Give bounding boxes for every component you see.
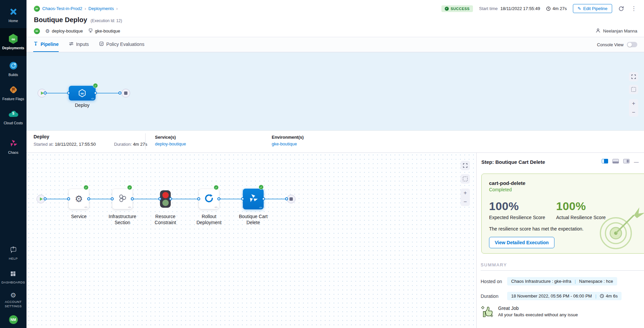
breadcrumb-separator: › xyxy=(85,6,86,11)
sidebar-item-label: Cloud Costs xyxy=(4,121,23,125)
tab-policy-evaluations[interactable]: Policy Evaluations xyxy=(99,37,145,52)
tab-inputs[interactable]: Inputs xyxy=(69,37,89,52)
breadcrumb-project-link[interactable]: Chaos-Test-in-Prod2 xyxy=(42,6,82,11)
zoom-out-button[interactable]: − xyxy=(632,110,635,115)
code-mark: </> xyxy=(214,206,217,208)
stage-node-label: Deploy xyxy=(62,103,102,109)
layout-right-icon[interactable] xyxy=(602,159,608,165)
selection-mode-button[interactable] xyxy=(461,174,470,184)
connector-port xyxy=(118,91,121,94)
pipeline-end-node xyxy=(121,89,130,97)
console-view-toggle[interactable] xyxy=(627,42,637,47)
stage-node-deploy[interactable]: ∞ </> xyxy=(69,86,96,101)
code-mark: </> xyxy=(259,206,262,209)
sidebar-item-builds[interactable]: Builds xyxy=(0,57,26,80)
step-pipeline-canvas: ⚙ </> ✓ </> ✓ xyxy=(26,153,476,328)
step-label: Infrastructure Section xyxy=(102,214,143,225)
sidebar-item-deployments[interactable]: ∞ Deployments xyxy=(0,28,26,56)
connector-port xyxy=(44,197,47,200)
connector-port xyxy=(87,197,90,200)
connector-port xyxy=(131,197,134,200)
step-label: Boutique Cart Delete xyxy=(233,214,273,225)
success-check-badge: ✓ xyxy=(93,83,98,88)
expected-score-value: 100% xyxy=(489,200,556,213)
fullscreen-button[interactable] xyxy=(629,72,638,81)
connector-port xyxy=(285,197,288,200)
collapse-panel-icon[interactable]: — xyxy=(634,159,639,164)
duration-label: Duration xyxy=(481,293,503,299)
sidebar-item-help[interactable]: ? HELP xyxy=(8,245,19,261)
hosted-on-row: Hosted on Chaos Infrastructure : gke-inf… xyxy=(481,277,644,285)
selection-mode-button[interactable] xyxy=(629,85,638,94)
sidebar-item-label: Builds xyxy=(8,73,18,77)
connector-port xyxy=(169,197,172,200)
sidebar-bottom: ? HELP DASHBOARDS ⚙ ACCOUNT SETTINGS NM xyxy=(0,237,26,328)
sidebar-item-dashboards[interactable]: DASHBOARDS xyxy=(1,268,25,285)
actual-score-value: 100% xyxy=(556,200,606,213)
edge xyxy=(45,199,69,199)
sidebar-item-chaos[interactable]: Chaos xyxy=(0,135,26,158)
fullscreen-button[interactable] xyxy=(461,161,470,170)
user-menu[interactable]: Neelanjan Manna xyxy=(595,28,637,34)
stop-icon xyxy=(289,197,293,201)
connector-port xyxy=(217,197,220,200)
connector-port xyxy=(158,197,161,200)
more-options-icon[interactable]: ⋮ xyxy=(630,5,637,12)
infrastructure-chip: Chaos Infrastructure : gke-infra | Names… xyxy=(507,277,617,285)
edge xyxy=(45,93,69,93)
sidebar-item-label: Home xyxy=(8,19,18,23)
step-node-service[interactable]: ⚙ </> xyxy=(69,189,89,209)
success-check-badge: ✓ xyxy=(214,185,219,190)
clock-icon xyxy=(600,294,604,298)
layout-minimized-icon[interactable] xyxy=(623,159,630,165)
app-root: Home ∞ Deployments Builds Feature Flags … xyxy=(0,0,644,328)
console-view-label: Console View xyxy=(597,42,624,47)
edge xyxy=(219,199,243,199)
start-time: Start time 18/11/2022 17:55:49 xyxy=(479,6,540,11)
step-details-panel: Step: Boutique Cart Delete — xyxy=(476,153,644,328)
zoom-out-button[interactable]: − xyxy=(464,199,467,205)
step-node-boutique-cart-delete[interactable]: </> xyxy=(243,189,264,209)
service-label: Service(s) xyxy=(155,135,176,140)
hosted-on-label: Hosted on xyxy=(481,279,503,284)
breadcrumb-deployments-link[interactable]: Deployments xyxy=(89,6,114,11)
resilience-score-card: cart-pod-delete Completed 100% Expected … xyxy=(481,174,644,254)
result-row: Great Job All your faults executed witho… xyxy=(481,306,644,319)
status-badge: ✓ SUCCESS xyxy=(441,5,473,12)
divider xyxy=(145,133,146,149)
experiment-name: cart-pod-delete xyxy=(489,180,639,186)
duration-row: Duration 18 November 2022, 05:56 PM - 06… xyxy=(481,292,644,300)
sidebar-item-cloud-costs[interactable]: $ Cloud Costs xyxy=(0,106,26,128)
tab-pipeline[interactable]: Pipeline xyxy=(33,37,59,52)
expected-score-label: Expected Resilience Score xyxy=(489,215,556,220)
step-node-infrastructure[interactable]: </> xyxy=(112,189,132,209)
result-subtitle: All your faults executed without any iss… xyxy=(498,312,578,317)
step-node-rollout[interactable]: </> xyxy=(199,189,219,209)
step-label: Service xyxy=(59,214,99,220)
edit-pipeline-button[interactable]: ✎ Edit Pipeline xyxy=(573,4,612,13)
layout-bottom-icon[interactable] xyxy=(612,159,619,165)
stage-started-at: Started at: 18/11/2022, 17:55:50 xyxy=(34,142,96,147)
view-detailed-execution-button[interactable]: View Detailed Execution xyxy=(489,237,554,248)
edge xyxy=(89,199,112,199)
edge xyxy=(171,199,199,199)
sidebar-item-feature-flags[interactable]: Feature Flags xyxy=(0,81,26,104)
sidebar-item-home[interactable]: Home xyxy=(0,3,26,26)
sidebar-item-account-settings[interactable]: ⚙ ACCOUNT SETTINGS xyxy=(5,292,22,309)
service-link[interactable]: deploy-boutique xyxy=(155,141,186,146)
chaos-icon xyxy=(8,138,19,149)
zoom-controls: + − xyxy=(629,99,638,117)
cloud-costs-icon: $ xyxy=(8,109,19,119)
summary-section: SUMMARY Hosted on Chaos Infrastructure :… xyxy=(481,262,644,319)
sidebar: Home ∞ Deployments Builds Feature Flags … xyxy=(0,0,26,328)
sidebar-item-label: Feature Flags xyxy=(2,97,24,101)
refresh-icon[interactable] xyxy=(618,6,624,12)
environment-link[interactable]: gke-boutique xyxy=(272,141,297,146)
zoom-in-button[interactable]: + xyxy=(464,190,467,196)
step-label: Rollout Deployment xyxy=(189,214,229,225)
connector-port xyxy=(94,91,97,94)
edge xyxy=(132,199,160,199)
zoom-in-button[interactable]: + xyxy=(632,101,635,106)
user-avatar[interactable]: NM xyxy=(9,315,18,324)
edge xyxy=(96,93,120,93)
